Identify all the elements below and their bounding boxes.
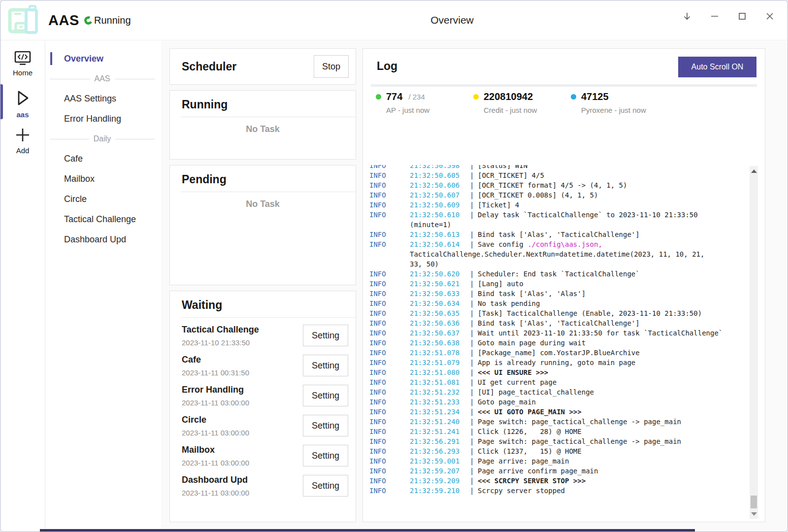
- nav-section-label: Daily: [94, 134, 111, 143]
- log-line: INFO21:32:51.078|[Package_name] com.Yost…: [369, 348, 747, 358]
- task-setting-button[interactable]: Setting: [303, 445, 348, 466]
- rail-item-add[interactable]: Add: [0, 121, 45, 159]
- log-level: INFO: [369, 289, 410, 299]
- log-level: INFO: [369, 318, 410, 328]
- log-timestamp: 21:32:50.610: [410, 210, 470, 220]
- log-timestamp: 21:32:50.636: [410, 318, 470, 328]
- log-line: TacticalChallenge.Scheduler.NextRun=date…: [369, 249, 747, 259]
- log-message: UI get current page: [478, 378, 557, 386]
- log-message: Save config ./config\aas.json,: [478, 240, 602, 248]
- auto-scroll-button[interactable]: Auto Scroll ON: [678, 57, 756, 77]
- log-separator: |: [470, 289, 478, 299]
- log-message: Goto main page during wait: [478, 339, 586, 347]
- log-message: Page switch: page_tactical_challenge -> …: [478, 437, 681, 445]
- scrollbar-track[interactable]: [750, 166, 758, 519]
- log-timestamp: 21:32:51.081: [410, 377, 470, 387]
- log-message-continuation: 33, 50): [410, 260, 439, 268]
- log-message: Goto page_main: [478, 398, 536, 406]
- stat-label: Pyroxene - just now: [581, 106, 668, 114]
- scrollbar-down-icon[interactable]: [750, 510, 758, 518]
- log-level: INFO: [369, 230, 410, 239]
- log-viewport[interactable]: INFO21:32:50.598|[Status] WININFO21:32:5…: [369, 165, 747, 499]
- log-message: Click (1226, 28) @ HOME: [478, 428, 582, 435]
- scrollbar-up-icon[interactable]: [750, 167, 758, 175]
- close-button[interactable]: [756, 0, 784, 32]
- log-timestamp: 21:32:51.240: [410, 417, 470, 427]
- log-timestamp: 21:32:51.232: [410, 387, 470, 397]
- log-line: INFO21:32:51.232|[UI] page_tactical_chal…: [369, 387, 747, 397]
- nav-section-aas: AAS: [46, 69, 161, 89]
- log-message: Wait until 2023-11-10 21:33:50 for task …: [478, 329, 722, 337]
- log-separator: |: [470, 486, 478, 496]
- window-controls: [673, 0, 784, 32]
- log-separator: |: [470, 466, 478, 476]
- log-timestamp: 21:32:59.001: [410, 456, 470, 466]
- log-message: Bind task ['Alas', 'TacticalChallenge']: [478, 231, 640, 238]
- log-level: INFO: [369, 387, 410, 397]
- divider: [181, 192, 356, 192]
- log-message: Scrcpy server stopped: [478, 487, 565, 495]
- log-line: INFO21:32:59.210|Scrcpy server stopped: [369, 486, 747, 496]
- log-message: [UI] page_tactical_challenge: [478, 388, 594, 396]
- log-message: [Ticket] 4: [478, 201, 519, 209]
- task-setting-button[interactable]: Setting: [303, 325, 348, 346]
- task-setting-button[interactable]: Setting: [303, 415, 348, 436]
- log-timestamp: 21:32:59.207: [410, 466, 470, 476]
- log-separator: |: [470, 377, 478, 387]
- log-level: INFO: [369, 308, 410, 318]
- log-level: INFO: [369, 466, 410, 476]
- log-line: INFO21:32:50.633|Bind task ['Alas', 'Ala…: [369, 289, 747, 299]
- nav-item-overview[interactable]: Overview: [46, 49, 161, 69]
- task-setting-button[interactable]: Setting: [303, 385, 348, 406]
- log-separator: |: [470, 279, 478, 289]
- stat-label: AP - just now: [386, 106, 473, 114]
- log-line: INFO21:32:50.605|[OCR_TICKET] 4/5: [369, 170, 747, 180]
- maximize-button[interactable]: [728, 0, 756, 32]
- nav-item-dashboard-upd[interactable]: Dashboard Upd: [46, 230, 161, 250]
- log-separator: |: [470, 367, 478, 377]
- stat-pyroxene: 47125Pyroxene - just now: [571, 91, 668, 114]
- log-level: INFO: [369, 328, 410, 338]
- nav-item-circle[interactable]: Circle: [46, 189, 161, 209]
- log-separator: |: [470, 328, 478, 338]
- minimize-button[interactable]: [701, 0, 728, 32]
- log-level: INFO: [369, 456, 410, 466]
- log-timestamp: 21:32:51.078: [410, 348, 470, 358]
- log-timestamp: 21:32:50.598: [410, 165, 470, 170]
- log-message: [Task] TacticalChallenge (Enable, 2023-1…: [478, 309, 702, 317]
- log-level: INFO: [369, 446, 410, 456]
- nav-item-tactical-challenge[interactable]: Tactical Challenge: [46, 209, 161, 230]
- log-separator: |: [470, 318, 478, 328]
- log-line: INFO21:32:56.291|Page switch: page_tacti…: [369, 436, 747, 446]
- log-title: Log: [377, 60, 397, 73]
- waiting-card: Waiting Tactical Challenge2023-11-10 21:…: [169, 291, 356, 522]
- log-message-continuation: TacticalChallenge.Scheduler.NextRun=date…: [410, 250, 704, 258]
- rail-item-home[interactable]: Home: [0, 41, 45, 83]
- nav-item-mailbox[interactable]: Mailbox: [46, 169, 161, 189]
- log-line: INFO21:32:51.079|App is already running,…: [369, 358, 747, 367]
- log-level: INFO: [369, 348, 410, 358]
- download-button[interactable]: [673, 0, 701, 32]
- plus-icon: [0, 126, 45, 144]
- log-separator: |: [470, 190, 478, 200]
- nav-item-error-handling[interactable]: Error Handling: [46, 109, 161, 129]
- pending-card: Pending No Task: [169, 165, 356, 285]
- log-separator: |: [470, 476, 478, 486]
- task-setting-button[interactable]: Setting: [303, 355, 348, 376]
- log-line: INFO21:32:51.234|<<< UI GOTO PAGE_MAIN >…: [369, 407, 747, 417]
- task-setting-button[interactable]: Setting: [303, 475, 348, 497]
- nav-item-aas-settings[interactable]: AAS Settings: [46, 89, 161, 109]
- log-message: <<< UI GOTO PAGE_MAIN >>>: [478, 408, 582, 416]
- rail-item-aas[interactable]: aas: [0, 83, 45, 121]
- log-separator: |: [470, 338, 478, 348]
- stat-dot-icon: [571, 94, 576, 100]
- divider: [371, 84, 757, 87]
- scrollbar-thumb[interactable]: [751, 496, 757, 508]
- log-separator: |: [470, 180, 478, 190]
- log-separator: |: [470, 230, 478, 239]
- nav-menu: OverviewAASAAS SettingsError HandlingDai…: [46, 41, 161, 532]
- log-separator: |: [470, 239, 478, 249]
- log-timestamp: 21:32:50.633: [410, 289, 470, 299]
- nav-item-cafe[interactable]: Cafe: [46, 149, 161, 169]
- stop-button[interactable]: Stop: [314, 55, 349, 78]
